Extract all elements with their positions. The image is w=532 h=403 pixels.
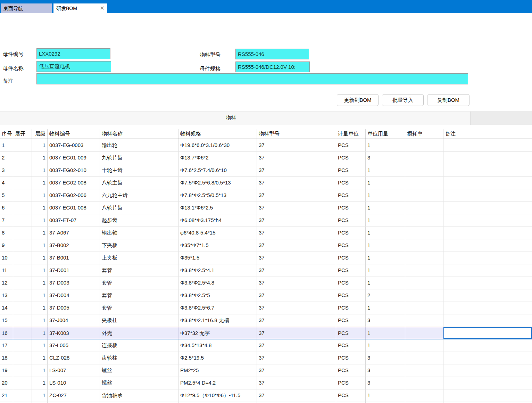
cell-note[interactable]	[443, 339, 532, 352]
cell-spec[interactable]: Φ6.08*Φ3.175*h4	[178, 214, 257, 227]
cell-note[interactable]	[443, 177, 532, 189]
cell-code[interactable]: 37-B001	[48, 252, 100, 264]
cell-seq[interactable]: 21	[0, 389, 13, 402]
column-header-level[interactable]: 层级	[32, 129, 48, 139]
cell-note[interactable]	[443, 202, 532, 214]
table-row[interactable]: 13137-D004套管Φ3.8*Φ2.5*537PCS2	[0, 289, 532, 302]
cell-expand[interactable]	[13, 289, 32, 302]
cell-loss[interactable]	[405, 189, 443, 202]
cell-seq[interactable]: 9	[0, 239, 13, 252]
parent-code-input[interactable]	[36, 48, 110, 59]
cell-spec[interactable]: Φ19.6*6.0*3.1/0.6*30	[178, 139, 257, 151]
cell-name[interactable]: 上夹板	[100, 252, 178, 264]
cell-seq[interactable]: 20	[0, 377, 13, 389]
cell-note[interactable]	[443, 164, 532, 176]
cell-loss[interactable]	[405, 239, 443, 252]
cell-spec[interactable]: PM2.5*4 D=4.2	[178, 377, 257, 389]
cell-unit[interactable]: PCS	[336, 339, 366, 352]
cell-seq[interactable]: 14	[0, 302, 13, 314]
cell-qty[interactable]: 1	[366, 389, 405, 402]
cell-level[interactable]: 1	[32, 352, 48, 364]
cell-level[interactable]: 1	[32, 202, 48, 214]
cell-model[interactable]: 37	[257, 239, 336, 252]
cell-loss[interactable]	[405, 152, 443, 164]
cell-model[interactable]: 37	[257, 277, 336, 289]
cell-note[interactable]	[443, 152, 532, 164]
column-header-code[interactable]: 物料编号	[48, 129, 100, 139]
cell-seq[interactable]: 6	[0, 202, 13, 214]
cell-model[interactable]: 37	[257, 164, 336, 176]
cell-unit[interactable]: PCS	[336, 152, 366, 164]
cell-seq[interactable]: 15	[0, 314, 13, 327]
cell-note[interactable]	[443, 139, 532, 151]
cell-expand[interactable]	[13, 389, 32, 402]
cell-model[interactable]: 37	[257, 202, 336, 214]
cell-qty[interactable]: 1	[366, 227, 405, 239]
table-row[interactable]: 11137-D001套管Φ3.8*Φ2.5*4.137PCS1	[0, 264, 532, 277]
cell-name[interactable]: 外壳	[100, 327, 178, 339]
cell-name[interactable]: 夹板柱	[100, 314, 178, 327]
cell-qty[interactable]: 1	[366, 139, 405, 151]
column-header-loss[interactable]: 损耗率	[405, 129, 443, 139]
cell-code[interactable]: 37-J004	[48, 314, 100, 327]
cell-spec[interactable]: Φ3.8*Φ2.5*5	[178, 289, 257, 302]
cell-code[interactable]: ZC-027	[48, 389, 100, 402]
cell-spec[interactable]: Φ12*9.5（Φ10*Φ6）-11.5	[178, 389, 257, 402]
cell-qty[interactable]: 1	[366, 164, 405, 176]
cell-code[interactable]: 37-D005	[48, 302, 100, 314]
cell-unit[interactable]: PCS	[336, 264, 366, 277]
cell-code[interactable]: LS-010	[48, 377, 100, 389]
cell-expand[interactable]	[13, 214, 32, 227]
cell-code[interactable]: 37-B002	[48, 239, 100, 252]
table-row[interactable]: 15137-J004夹板柱Φ3.8*Φ2.1*16.8 无槽37PCS3	[0, 314, 532, 327]
cell-name[interactable]: 输出轴	[100, 227, 178, 239]
material-model-input[interactable]	[235, 49, 309, 59]
table-row[interactable]: 610037-EG01-008八轮片齿Φ13.1*Φ6*2.537PCS1	[0, 202, 532, 214]
cell-model[interactable]: 37	[257, 377, 336, 389]
cell-seq[interactable]: 1	[0, 139, 13, 151]
cell-unit[interactable]: PCS	[336, 314, 366, 327]
cell-model[interactable]: 37	[257, 214, 336, 227]
cell-spec[interactable]: PM2*25	[178, 364, 257, 377]
cell-expand[interactable]	[13, 339, 32, 352]
cell-name[interactable]: 六九轮主齿	[100, 189, 178, 202]
cell-expand[interactable]	[13, 164, 32, 176]
column-header-spec[interactable]: 物料规格	[178, 129, 257, 139]
cell-seq[interactable]: 7	[0, 214, 13, 227]
cell-unit[interactable]: PCS	[336, 277, 366, 289]
cell-name[interactable]: 起步齿	[100, 214, 178, 227]
cell-expand[interactable]	[13, 352, 32, 364]
cell-note[interactable]	[443, 302, 532, 314]
cell-note[interactable]	[443, 314, 532, 327]
table-row[interactable]: 110037-EG-0003输出轮Φ19.6*6.0*3.1/0.6*3037P…	[0, 139, 532, 152]
cell-expand[interactable]	[13, 377, 32, 389]
cell-qty[interactable]: 1	[366, 202, 405, 214]
table-row[interactable]: 17137-L005连接板Φ34.5*13*4.837PCS1	[0, 339, 532, 352]
tab-rd-bom[interactable]: 研发BOM ✕	[53, 3, 107, 13]
table-row[interactable]: 410037-EG02-008八轮主齿Φ7.5*Φ2.5*6.8/0.5*133…	[0, 177, 532, 189]
cell-code[interactable]: 0037-EG-0003	[48, 139, 100, 151]
cell-seq[interactable]: 19	[0, 364, 13, 377]
cell-code[interactable]: 0037-EG01-008	[48, 202, 100, 214]
cell-expand[interactable]	[13, 302, 32, 314]
cell-model[interactable]: 37	[257, 252, 336, 264]
cell-expand[interactable]	[13, 364, 32, 377]
cell-note[interactable]	[443, 364, 532, 377]
cell-name[interactable]: 套管	[100, 277, 178, 289]
cell-seq[interactable]: 18	[0, 352, 13, 364]
cell-qty[interactable]: 1	[366, 327, 405, 339]
cell-model[interactable]: 37	[257, 139, 336, 151]
cell-unit[interactable]: PCS	[336, 302, 366, 314]
cell-unit[interactable]: PCS	[336, 377, 366, 389]
cell-model[interactable]: 37	[257, 339, 336, 352]
cell-loss[interactable]	[405, 314, 443, 327]
cell-loss[interactable]	[405, 289, 443, 302]
cell-spec[interactable]: Φ3.8*Φ2.1*16.8 无槽	[178, 314, 257, 327]
cell-unit[interactable]: PCS	[336, 139, 366, 151]
cell-seq[interactable]: 4	[0, 177, 13, 189]
cell-code[interactable]: CLZ-028	[48, 352, 100, 364]
table-row[interactable]: 14137-D005套管Φ3.8*Φ2.5*6.737PCS1	[0, 302, 532, 314]
cell-expand[interactable]	[13, 252, 32, 264]
cell-qty[interactable]: 1	[366, 252, 405, 264]
cell-seq[interactable]: 12	[0, 277, 13, 289]
